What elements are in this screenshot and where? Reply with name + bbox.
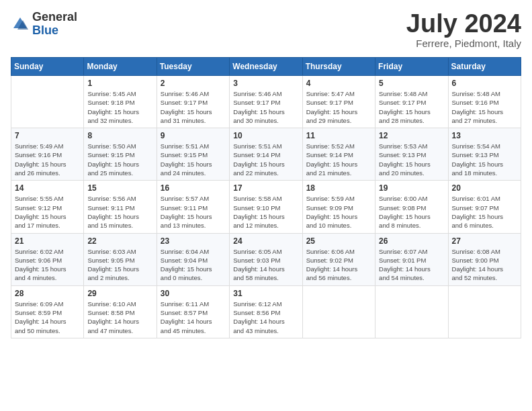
day-number: 24 [233,236,298,246]
day-info: Sunrise: 5:48 AM Sunset: 9:16 PM Dayligh… [452,89,517,125]
logo-text: General Blue [32,11,77,38]
calendar-cell: 30Sunrise: 6:11 AM Sunset: 8:57 PM Dayli… [157,285,229,338]
calendar-cell: 5Sunrise: 5:48 AM Sunset: 9:17 PM Daylig… [375,76,448,128]
calendar-cell: 15Sunrise: 5:56 AM Sunset: 9:11 PM Dayli… [84,181,157,233]
calendar-cell [302,285,375,338]
calendar-week-4: 21Sunrise: 6:02 AM Sunset: 9:06 PM Dayli… [11,233,521,285]
day-info: Sunrise: 6:12 AM Sunset: 8:56 PM Dayligh… [233,300,298,335]
day-number: 21 [15,236,80,246]
calendar-cell: 4Sunrise: 5:47 AM Sunset: 9:17 PM Daylig… [302,76,375,128]
day-number: 18 [306,183,371,193]
day-info: Sunrise: 5:51 AM Sunset: 9:15 PM Dayligh… [161,142,226,177]
day-number: 6 [452,79,517,88]
day-info: Sunrise: 5:49 AM Sunset: 9:16 PM Dayligh… [15,142,80,177]
day-number: 22 [87,236,152,246]
day-info: Sunrise: 5:46 AM Sunset: 9:17 PM Dayligh… [233,89,298,125]
logo-general: General [32,11,77,24]
day-number: 13 [452,131,517,140]
day-info: Sunrise: 5:53 AM Sunset: 9:13 PM Dayligh… [379,142,444,177]
calendar-week-1: 1Sunrise: 5:45 AM Sunset: 9:18 PM Daylig… [11,76,521,128]
calendar-cell: 19Sunrise: 6:00 AM Sunset: 9:08 PM Dayli… [375,181,448,233]
calendar-header: SundayMondayTuesdayWednesdayThursdayFrid… [11,58,521,76]
day-number: 10 [233,131,298,140]
day-info: Sunrise: 5:55 AM Sunset: 9:12 PM Dayligh… [15,194,80,230]
day-info: Sunrise: 6:07 AM Sunset: 9:01 PM Dayligh… [379,247,444,283]
day-info: Sunrise: 5:56 AM Sunset: 9:11 PM Dayligh… [87,194,152,230]
day-number: 7 [15,131,80,140]
calendar-cell [11,76,84,128]
day-info: Sunrise: 5:57 AM Sunset: 9:11 PM Dayligh… [161,194,226,230]
calendar-body: 1Sunrise: 5:45 AM Sunset: 9:18 PM Daylig… [11,76,521,338]
day-info: Sunrise: 6:06 AM Sunset: 9:02 PM Dayligh… [306,247,371,283]
calendar-cell: 16Sunrise: 5:57 AM Sunset: 9:11 PM Dayli… [157,181,229,233]
day-info: Sunrise: 5:58 AM Sunset: 9:10 PM Dayligh… [233,194,298,230]
calendar-title: July 2024 [406,11,521,36]
day-number: 14 [15,183,80,193]
calendar-cell [448,285,521,338]
day-number: 9 [161,131,226,140]
day-number: 20 [452,183,517,193]
calendar-cell: 6Sunrise: 5:48 AM Sunset: 9:16 PM Daylig… [448,76,521,128]
calendar-cell: 23Sunrise: 6:04 AM Sunset: 9:04 PM Dayli… [157,233,229,285]
calendar-cell: 31Sunrise: 6:12 AM Sunset: 8:56 PM Dayli… [230,285,302,338]
day-info: Sunrise: 5:45 AM Sunset: 9:18 PM Dayligh… [87,89,152,125]
weekday-header-friday: Friday [375,58,448,76]
calendar-cell: 1Sunrise: 5:45 AM Sunset: 9:18 PM Daylig… [84,76,157,128]
calendar-cell: 2Sunrise: 5:46 AM Sunset: 9:17 PM Daylig… [157,76,229,128]
day-number: 31 [233,289,298,298]
day-number: 12 [379,131,444,140]
day-info: Sunrise: 5:51 AM Sunset: 9:14 PM Dayligh… [233,142,298,177]
day-info: Sunrise: 6:09 AM Sunset: 8:59 PM Dayligh… [15,300,80,335]
day-number: 15 [87,183,152,193]
weekday-header-sunday: Sunday [11,58,84,76]
calendar-cell: 12Sunrise: 5:53 AM Sunset: 9:13 PM Dayli… [375,128,448,181]
weekday-header-wednesday: Wednesday [230,58,302,76]
day-info: Sunrise: 6:01 AM Sunset: 9:07 PM Dayligh… [452,194,517,230]
title-block: July 2024 Ferrere, Piedmont, Italy [406,11,521,49]
logo-icon [11,15,30,34]
calendar-cell: 14Sunrise: 5:55 AM Sunset: 9:12 PM Dayli… [11,181,84,233]
weekday-row: SundayMondayTuesdayWednesdayThursdayFrid… [11,58,521,76]
calendar-cell: 18Sunrise: 5:59 AM Sunset: 9:09 PM Dayli… [302,181,375,233]
calendar-cell: 26Sunrise: 6:07 AM Sunset: 9:01 PM Dayli… [375,233,448,285]
calendar-location: Ferrere, Piedmont, Italy [406,38,521,49]
calendar-cell: 9Sunrise: 5:51 AM Sunset: 9:15 PM Daylig… [157,128,229,181]
day-info: Sunrise: 6:05 AM Sunset: 9:03 PM Dayligh… [233,247,298,283]
calendar-cell: 20Sunrise: 6:01 AM Sunset: 9:07 PM Dayli… [448,181,521,233]
weekday-header-thursday: Thursday [302,58,375,76]
calendar-cell: 25Sunrise: 6:06 AM Sunset: 9:02 PM Dayli… [302,233,375,285]
day-info: Sunrise: 6:11 AM Sunset: 8:57 PM Dayligh… [161,300,226,335]
calendar-cell: 10Sunrise: 5:51 AM Sunset: 9:14 PM Dayli… [230,128,302,181]
calendar-cell: 29Sunrise: 6:10 AM Sunset: 8:58 PM Dayli… [84,285,157,338]
day-info: Sunrise: 5:46 AM Sunset: 9:17 PM Dayligh… [161,89,226,125]
day-info: Sunrise: 6:00 AM Sunset: 9:08 PM Dayligh… [379,194,444,230]
day-number: 17 [233,183,298,193]
weekday-header-monday: Monday [84,58,157,76]
page-header: General Blue July 2024 Ferrere, Piedmont… [11,11,521,49]
day-number: 23 [161,236,226,246]
calendar-cell: 7Sunrise: 5:49 AM Sunset: 9:16 PM Daylig… [11,128,84,181]
day-info: Sunrise: 5:52 AM Sunset: 9:14 PM Dayligh… [306,142,371,177]
weekday-header-saturday: Saturday [448,58,521,76]
calendar-cell [375,285,448,338]
day-number: 8 [87,131,152,140]
calendar-cell: 11Sunrise: 5:52 AM Sunset: 9:14 PM Dayli… [302,128,375,181]
day-number: 2 [161,79,226,88]
day-info: Sunrise: 6:10 AM Sunset: 8:58 PM Dayligh… [87,300,152,335]
day-info: Sunrise: 5:48 AM Sunset: 9:17 PM Dayligh… [379,89,444,125]
day-info: Sunrise: 6:08 AM Sunset: 9:00 PM Dayligh… [452,247,517,283]
day-number: 5 [379,79,444,88]
logo: General Blue [11,11,77,38]
calendar-cell: 28Sunrise: 6:09 AM Sunset: 8:59 PM Dayli… [11,285,84,338]
logo-blue: Blue [32,24,77,38]
day-number: 19 [379,183,444,193]
calendar-week-3: 14Sunrise: 5:55 AM Sunset: 9:12 PM Dayli… [11,181,521,233]
day-number: 27 [452,236,517,246]
day-number: 29 [87,289,152,298]
day-info: Sunrise: 6:03 AM Sunset: 9:05 PM Dayligh… [87,247,152,283]
calendar-cell: 3Sunrise: 5:46 AM Sunset: 9:17 PM Daylig… [230,76,302,128]
day-number: 30 [161,289,226,298]
day-info: Sunrise: 5:50 AM Sunset: 9:15 PM Dayligh… [87,142,152,177]
calendar-cell: 17Sunrise: 5:58 AM Sunset: 9:10 PM Dayli… [230,181,302,233]
day-info: Sunrise: 6:04 AM Sunset: 9:04 PM Dayligh… [161,247,226,283]
